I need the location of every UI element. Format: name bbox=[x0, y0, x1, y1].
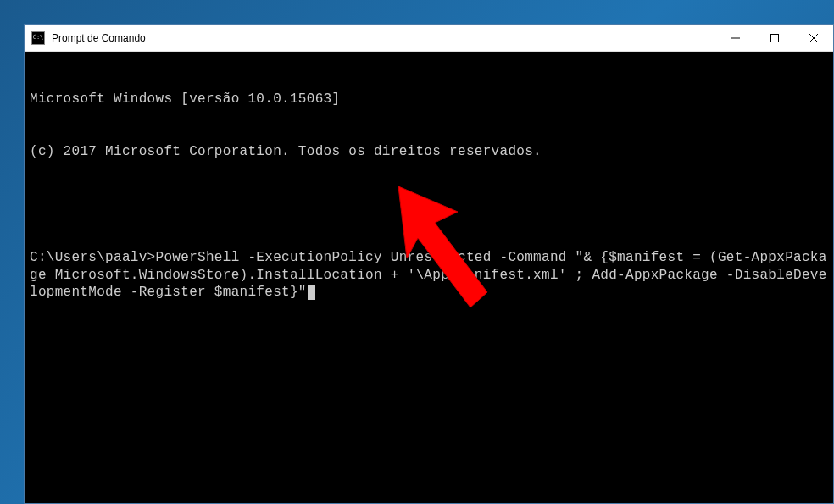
close-icon bbox=[809, 34, 818, 42]
command-prompt-window: C:\ Prompt de Comando Micr bbox=[24, 24, 834, 504]
maximize-icon bbox=[770, 34, 779, 42]
titlebar-left: C:\ Prompt de Comando bbox=[25, 31, 146, 45]
cursor bbox=[308, 285, 315, 300]
terminal-content[interactable]: Microsoft Windows [versão 10.0.15063] (c… bbox=[25, 52, 833, 503]
minimize-icon bbox=[731, 34, 740, 42]
minimize-button[interactable] bbox=[716, 25, 755, 51]
command-line: C:\Users\paalv>PowerShell -ExecutionPoli… bbox=[30, 249, 828, 302]
close-button[interactable] bbox=[794, 25, 833, 51]
window-controls bbox=[716, 25, 833, 51]
terminal-header-line2: (c) 2017 Microsoft Corporation. Todos os… bbox=[30, 143, 828, 161]
blank-line bbox=[30, 196, 828, 213]
cmd-icon: C:\ bbox=[31, 31, 45, 45]
terminal-header-line1: Microsoft Windows [versão 10.0.15063] bbox=[30, 91, 828, 108]
window-title: Prompt de Comando bbox=[52, 32, 146, 44]
titlebar[interactable]: C:\ Prompt de Comando bbox=[25, 25, 833, 52]
svg-rect-1 bbox=[771, 34, 779, 42]
prompt: C:\Users\paalv> bbox=[30, 250, 156, 265]
maximize-button[interactable] bbox=[755, 25, 794, 51]
